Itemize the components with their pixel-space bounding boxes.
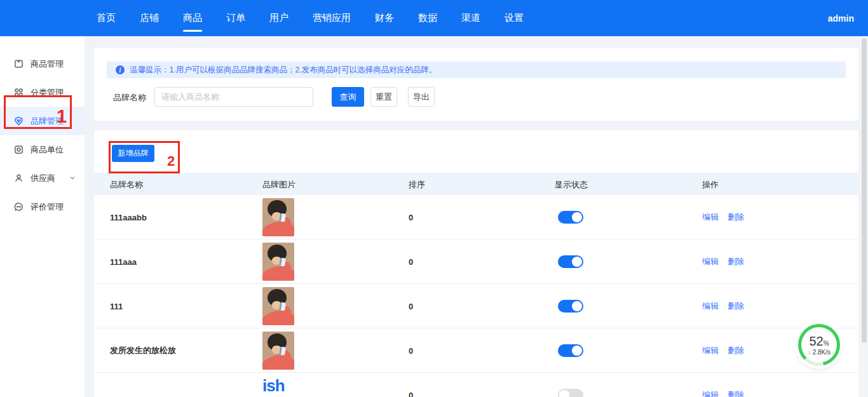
reset-button[interactable]: 重置 xyxy=(370,87,397,107)
avatar-cup xyxy=(279,257,286,266)
nav-item-shop[interactable]: 店铺 xyxy=(140,0,159,36)
sidebar-item-supplier[interactable]: 供应商 xyxy=(0,164,85,192)
filter-card: i 温馨提示：1.用户可以根据商品品牌搜索商品；2.发布商品时可以选择商品对应的… xyxy=(94,48,858,121)
category-icon xyxy=(13,88,24,98)
status-toggle[interactable] xyxy=(558,344,583,357)
header-brand-name: 品牌名称 xyxy=(110,179,143,191)
download-speed-widget[interactable]: 52% ↓ 2.8K/s xyxy=(798,324,840,366)
sidebar-item-goods-management[interactable]: 商品管理 xyxy=(0,50,85,78)
sidebar-item-label: 商品单位 xyxy=(31,144,64,156)
sort-cell: 0 xyxy=(409,346,413,355)
delete-link[interactable]: 删除 xyxy=(728,257,744,266)
tip-banner: i 温馨提示：1.用户可以根据商品品牌搜索商品；2.发布商品时可以选择商品对应的… xyxy=(107,62,846,78)
actions-cell: 编辑删除 xyxy=(702,300,744,312)
sidebar-item-label: 评价管理 xyxy=(31,201,64,213)
top-navbar: 首页 店铺 商品 订单 用户 营销应用 财务 数据 渠道 设置 admin xyxy=(0,0,868,36)
download-rate: ↓ 2.8K/s xyxy=(808,349,831,356)
table-row: 111aaabb 0 编辑删除 xyxy=(94,195,858,239)
sidebar-item-category-management[interactable]: 分类管理 xyxy=(0,78,85,107)
brand-image xyxy=(262,198,294,236)
annotation-number-2: 2 xyxy=(167,153,175,170)
status-toggle[interactable] xyxy=(558,389,583,397)
brand-badge-icon xyxy=(13,116,24,126)
brand-image xyxy=(262,332,294,370)
edit-link[interactable]: 编辑 xyxy=(702,212,719,222)
annotation-number-1: 1 xyxy=(57,106,67,127)
sidebar-item-label: 分类管理 xyxy=(31,87,64,98)
edit-link[interactable]: 编辑 xyxy=(702,257,719,266)
review-icon xyxy=(13,202,24,212)
add-brand-button[interactable]: 新增品牌 xyxy=(112,145,154,162)
nav-item-marketing[interactable]: 营销应用 xyxy=(313,0,351,36)
unit-icon xyxy=(13,145,24,155)
package-icon xyxy=(13,59,24,69)
progress-percent: 52% xyxy=(809,335,829,347)
sort-cell: 0 xyxy=(409,212,413,222)
sidebar-item-review-management[interactable]: 评价管理 xyxy=(0,192,85,221)
chevron-down-icon xyxy=(69,173,76,183)
table-row: ... ish 0 编辑删除 xyxy=(94,373,858,397)
nav-item-data[interactable]: 数据 xyxy=(418,0,437,36)
header-sort: 排序 xyxy=(409,179,425,191)
brand-logo-text: ish xyxy=(262,376,285,395)
brand-image xyxy=(262,287,294,325)
toggle-knob xyxy=(572,212,582,222)
delete-link[interactable]: 删除 xyxy=(728,212,744,222)
actions-cell: 编辑删除 xyxy=(702,345,744,356)
avatar-cup xyxy=(279,346,286,355)
main-nav: 首页 店铺 商品 订单 用户 营销应用 财务 数据 渠道 设置 xyxy=(0,0,524,36)
scrollbar-track[interactable] xyxy=(860,36,868,397)
nav-item-users[interactable]: 用户 xyxy=(269,0,288,36)
brand-table-card: 新增品牌 品牌名称 品牌图片 排序 显示状态 操作 111aaabb 0 编辑删… xyxy=(94,130,858,397)
admin-user-menu[interactable]: admin xyxy=(828,0,854,36)
nav-item-finance[interactable]: 财务 xyxy=(375,0,394,36)
actions-cell: 编辑删除 xyxy=(702,212,744,223)
brand-name-cell: ... xyxy=(110,390,117,397)
nav-item-channel[interactable]: 渠道 xyxy=(461,0,480,36)
table-row: 发所发生的放松放 0 编辑删除 xyxy=(94,328,858,373)
avatar-cup xyxy=(279,213,286,222)
header-actions: 操作 xyxy=(702,179,719,191)
edit-link[interactable]: 编辑 xyxy=(702,390,719,397)
brand-image xyxy=(262,243,294,281)
sort-cell: 0 xyxy=(409,390,413,397)
sort-cell: 0 xyxy=(409,301,413,311)
delete-link[interactable]: 删除 xyxy=(728,390,744,397)
down-arrow-icon: ↓ xyxy=(808,349,811,356)
nav-item-settings[interactable]: 设置 xyxy=(505,0,524,36)
status-toggle[interactable] xyxy=(558,211,583,224)
sort-cell: 0 xyxy=(409,257,413,266)
query-button[interactable]: 查询 xyxy=(332,87,364,107)
edit-link[interactable]: 编辑 xyxy=(702,301,719,311)
brand-name-input[interactable] xyxy=(154,87,313,107)
brand-name-cell: 111 xyxy=(110,301,123,311)
brand-image: ish xyxy=(262,376,294,397)
nav-item-home[interactable]: 首页 xyxy=(97,0,116,36)
brand-name-cell: 111aaa xyxy=(110,257,137,266)
edit-link[interactable]: 编辑 xyxy=(702,346,719,355)
nav-item-orders[interactable]: 订单 xyxy=(226,0,245,36)
tip-text: 温馨提示：1.用户可以根据商品品牌搜索商品；2.发布商品时可以选择商品对应的品牌… xyxy=(130,65,437,76)
actions-cell: 编辑删除 xyxy=(702,389,744,397)
supplier-icon xyxy=(13,173,24,184)
brand-name-label: 品牌名称 xyxy=(113,92,146,104)
scrollbar-thumb[interactable] xyxy=(862,38,867,343)
status-toggle[interactable] xyxy=(558,255,583,268)
sidebar-item-label: 供应商 xyxy=(31,173,55,184)
brand-name-cell: 111aaabb xyxy=(110,212,147,222)
sidebar-item-brand-management[interactable]: 品牌管理 xyxy=(0,107,85,135)
status-toggle[interactable] xyxy=(558,300,583,313)
sidebar-item-goods-unit[interactable]: 商品单位 xyxy=(0,135,85,164)
avatar-cup xyxy=(279,302,286,311)
toggle-knob xyxy=(559,390,569,397)
header-display-status: 显示状态 xyxy=(555,179,588,191)
header-brand-image: 品牌图片 xyxy=(262,179,295,191)
table-header-row: 品牌名称 品牌图片 排序 显示状态 操作 xyxy=(94,173,858,195)
export-button[interactable]: 导出 xyxy=(408,87,435,107)
search-form: 品牌名称 查询 重置 导出 xyxy=(94,87,858,107)
table-row: 111aaa 0 编辑删除 xyxy=(94,239,858,284)
delete-link[interactable]: 删除 xyxy=(728,346,744,355)
toggle-knob xyxy=(572,257,582,267)
delete-link[interactable]: 删除 xyxy=(728,301,744,311)
nav-item-goods[interactable]: 商品 xyxy=(183,0,202,36)
